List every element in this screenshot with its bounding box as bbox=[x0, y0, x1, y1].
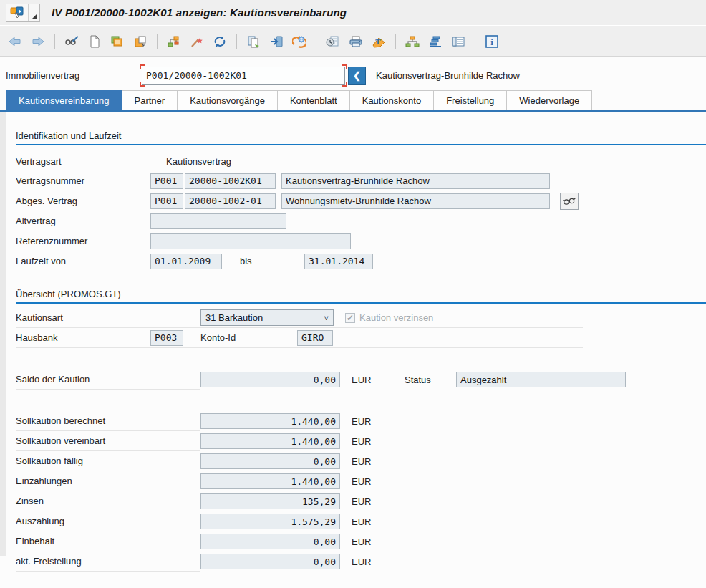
row-saldo: Saldo der Kaution 0,00 EUR Status Ausgez… bbox=[16, 370, 706, 390]
referenznummer-field[interactable] bbox=[150, 233, 351, 249]
tab-wiedervorlage[interactable]: Wiedervorlage bbox=[507, 90, 592, 110]
page-title: IV P001/20000-1002K01 anzeigen: Kautions… bbox=[52, 6, 347, 19]
kaution-verzinsen-checkbox-group: ✓ Kaution verzinsen bbox=[345, 312, 433, 323]
kautionsart-label: Kautionsart bbox=[16, 312, 200, 323]
toolbar-separator bbox=[54, 34, 55, 49]
display-contract-glasses-icon[interactable] bbox=[560, 193, 579, 210]
preview-icon[interactable] bbox=[322, 31, 344, 52]
amount-field[interactable]: 1.440,00 bbox=[200, 413, 340, 429]
laufzeit-bis-field[interactable]: 31.01.2014 bbox=[304, 254, 373, 269]
title-bar: IV P001/20000-1002K01 anzeigen: Kautions… bbox=[0, 0, 706, 26]
status-field[interactable]: Ausgezahlt bbox=[456, 372, 626, 387]
quick-access-dropdown-icon[interactable] bbox=[28, 4, 39, 21]
altvertrag-label: Altvertrag bbox=[16, 216, 150, 226]
abges-vertrag-description-field[interactable]: Wohnungsmietv-Brunhilde Rachow bbox=[281, 193, 550, 209]
table-view-icon[interactable] bbox=[448, 31, 469, 52]
copy-document-icon[interactable] bbox=[243, 31, 264, 52]
tab-strip: Kautionsvereinbarung Partner Kautionsvor… bbox=[0, 90, 706, 110]
tab-partner[interactable]: Partner bbox=[122, 90, 178, 110]
kautionsart-dropdown[interactable]: 31 Barkaution ˅ bbox=[200, 309, 334, 326]
row-referenznummer: Referenznummer bbox=[16, 231, 583, 251]
copy-icon[interactable] bbox=[107, 31, 128, 52]
amount-row-einzahlungen: Einzahlungen 1.440,00 EUR bbox=[16, 471, 706, 491]
vertragsart-value: Kautionsvertrag bbox=[166, 156, 231, 167]
session-menu-icon[interactable] bbox=[6, 4, 28, 21]
focus-corner bbox=[140, 82, 145, 87]
back-icon[interactable] bbox=[4, 31, 26, 52]
forward-icon[interactable] bbox=[27, 31, 49, 52]
vertragsnummer-label: Vertragsnummer bbox=[16, 175, 150, 186]
quick-access-button-group[interactable] bbox=[6, 4, 40, 22]
row-altvertrag: Altvertrag bbox=[16, 211, 583, 231]
amount-label: Einzahlungen bbox=[16, 471, 200, 491]
hierarchy-icon[interactable] bbox=[163, 31, 185, 52]
amount-field[interactable]: 0,00 bbox=[200, 534, 340, 549]
vertragsnummer-company-field[interactable]: P001 bbox=[150, 173, 183, 189]
amount-label: Zinsen bbox=[16, 491, 200, 511]
display-change-icon[interactable] bbox=[61, 31, 82, 52]
amount-field[interactable]: 1.440,00 bbox=[200, 433, 340, 449]
amount-label: akt. Freistellung bbox=[16, 551, 200, 572]
saldo-field[interactable]: 0,00 bbox=[200, 372, 340, 387]
collapse-header-button[interactable]: ❮ bbox=[348, 67, 366, 85]
laufzeit-bis-label: bis bbox=[240, 256, 304, 266]
toolbar-separator bbox=[395, 34, 396, 49]
hausbank-field[interactable]: P003 bbox=[150, 330, 183, 346]
vertragsart-label: Vertragsart bbox=[16, 156, 150, 167]
amount-row-auszahlung: Auszahlung 1.575,29 EUR bbox=[16, 511, 706, 531]
text-icon[interactable]: T bbox=[368, 31, 390, 52]
abges-vertrag-label: Abges. Vertrag bbox=[16, 196, 150, 206]
amount-field[interactable]: 1.440,00 bbox=[200, 473, 340, 489]
create-icon[interactable] bbox=[84, 31, 105, 52]
refresh-data-icon[interactable] bbox=[289, 31, 310, 52]
konto-id-field[interactable]: GIRO bbox=[297, 330, 333, 346]
kautionsart-value: 31 Barkaution bbox=[205, 312, 324, 323]
row-abges-vertrag: Abges. Vertrag P001 20000-1002-01 Wohnun… bbox=[16, 191, 583, 211]
tab-kontenblatt[interactable]: Kontenblatt bbox=[278, 90, 350, 110]
chevron-down-icon: ˅ bbox=[324, 314, 329, 322]
amount-currency: EUR bbox=[352, 436, 376, 447]
toolbar-separator bbox=[236, 34, 237, 49]
amount-currency: EUR bbox=[352, 456, 376, 467]
amount-field[interactable]: 0,00 bbox=[200, 554, 340, 569]
wand-icon[interactable] bbox=[186, 31, 208, 52]
amount-row-sollkaution-faellig: Sollkaution fällig 0,00 EUR bbox=[16, 451, 706, 471]
amount-row-sollkaution-berechnet: Sollkaution berechnet 1.440,00 EUR bbox=[16, 411, 706, 431]
section-title-overview: Übersicht (PROMOS.GT) bbox=[16, 289, 706, 302]
vertragsnummer-description-field[interactable]: Kautionsvertrag-Brunhilde Rachow bbox=[281, 173, 550, 189]
print-icon[interactable] bbox=[345, 31, 367, 52]
tab-freistellung[interactable]: Freistellung bbox=[434, 90, 507, 110]
vertragsnummer-number-field[interactable]: 20000-1002K01 bbox=[185, 173, 276, 189]
kaution-verzinsen-checkbox[interactable]: ✓ bbox=[345, 313, 355, 323]
contract-description: Kautionsvertrag-Brunhilde Rachow bbox=[376, 70, 520, 81]
amount-field[interactable]: 1.575,29 bbox=[200, 514, 340, 529]
amount-field[interactable]: 135,29 bbox=[200, 493, 340, 509]
contract-header-area: Immobilienvertrag ❮ Kautionsvertrag-Brun… bbox=[0, 57, 706, 90]
sort-icon[interactable] bbox=[425, 31, 446, 52]
laufzeit-von-field[interactable]: 01.01.2009 bbox=[150, 254, 222, 269]
amount-currency: EUR bbox=[352, 516, 376, 527]
tab-kautionsvereinbarung[interactable]: Kautionsvereinbarung bbox=[6, 90, 122, 110]
amount-row-zinsen: Zinsen 135,29 EUR bbox=[16, 491, 706, 511]
org-structure-icon[interactable] bbox=[402, 31, 423, 52]
abges-vertrag-company-field[interactable]: P001 bbox=[150, 193, 183, 209]
contract-input-focus-frame bbox=[142, 67, 345, 85]
application-toolbar: T i bbox=[0, 26, 706, 57]
amount-row-einbehalt: Einbehalt 0,00 EUR bbox=[16, 531, 706, 551]
amount-field[interactable]: 0,00 bbox=[200, 453, 340, 469]
contract-number-input[interactable] bbox=[142, 67, 345, 85]
tab-kautionsvorgaenge[interactable]: Kautionsvorgänge bbox=[178, 90, 278, 110]
tab-kautionskonto[interactable]: Kautionskonto bbox=[350, 90, 434, 110]
abges-vertrag-number-field[interactable]: 20000-1002-01 bbox=[185, 193, 276, 209]
refresh-icon[interactable] bbox=[209, 31, 231, 52]
row-vertragsart: Vertragsart Kautionsvertrag bbox=[16, 151, 706, 171]
hausbank-label: Hausbank bbox=[16, 332, 150, 343]
svg-text:i: i bbox=[490, 37, 493, 47]
toolbar-separator bbox=[157, 34, 158, 49]
altvertrag-field[interactable] bbox=[150, 213, 286, 229]
execute-icon[interactable] bbox=[266, 31, 287, 52]
svg-text:T: T bbox=[375, 37, 381, 46]
copy-with-reference-icon[interactable] bbox=[130, 31, 151, 52]
info-icon[interactable]: i bbox=[481, 31, 503, 52]
row-hausbank: Hausbank P003 Konto-Id GIRO bbox=[16, 328, 583, 348]
